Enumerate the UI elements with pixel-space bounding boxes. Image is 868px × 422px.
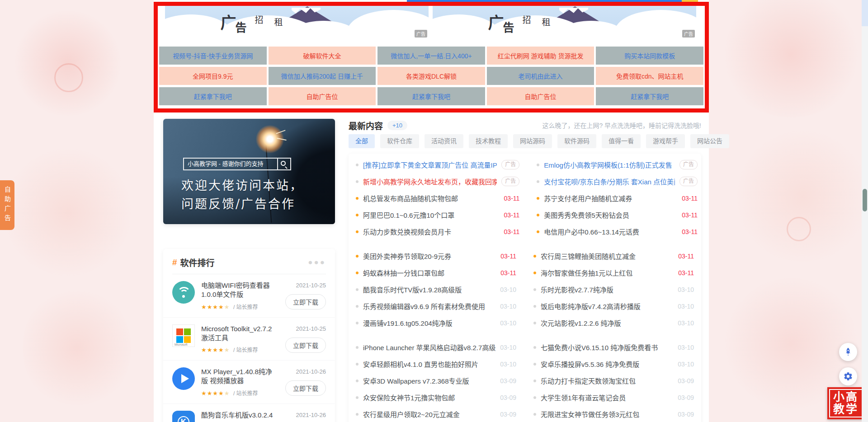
news-link[interactable]: 乐动力打卡指定天数领淘宝红包 [541, 376, 673, 385]
news-link[interactable]: [推荐]立即拿下黄金文章置顶广告位 高流量IP [363, 160, 497, 169]
category-tab[interactable]: 值得一看 [602, 134, 641, 148]
software-title[interactable]: Microsoft Toolkit_v2.7.2 激活工具 [201, 324, 277, 343]
news-item: 阿里巴巴0.1~0.6元撸10个口罩 03-11 [356, 206, 519, 223]
category-tab[interactable]: 活动资讯 [425, 134, 463, 148]
self-service-ad-tab[interactable]: 自助广告 [0, 180, 14, 230]
ad-grid-button[interactable]: 视频号-抖音-快手业务货源网 [159, 47, 267, 65]
software-item: 电脑端WIFI密码查看器 1.0.0单文件版 ★★★★★ / 站长推荐 2021… [163, 274, 335, 318]
bullet-icon [356, 346, 359, 349]
kugou-music-icon [172, 411, 195, 422]
more-menu-icon[interactable]: ●●● [308, 260, 326, 265]
bullet-icon [356, 288, 359, 291]
category-tab[interactable]: 技术教程 [469, 134, 508, 148]
news-link[interactable]: 苏宁支付老用户抽随机立减券 [544, 193, 677, 203]
category-tab[interactable]: 网站源码 [513, 134, 552, 148]
settings-button[interactable] [839, 367, 857, 385]
decorative-blob [737, 127, 868, 267]
news-link[interactable]: 安卓3D Wallpapers v7.2.368专业版 [363, 376, 495, 385]
software-info: Microsoft Toolkit_v2.7.2 激活工具 ★★★★★ / 站长… [201, 324, 277, 354]
ad-grid-button[interactable]: 免费领取cdn、网站主机 [596, 67, 703, 85]
ad-grid-button[interactable]: 自助广告位 [269, 87, 376, 105]
news-link[interactable]: 漫画铺v191.6.tg05.204纯净版 [363, 318, 495, 328]
star-rating-icon: ★★★★ [201, 304, 224, 310]
news-link[interactable]: 安卓轻颜相机v4.1.0 直男也能拍好照片 [363, 359, 495, 369]
news-link[interactable]: 海尔智家做任务抽1元以上红包 [541, 268, 674, 277]
news-link[interactable]: 乐秀视频编辑器v9.6.9 所有素材免费使用 [363, 301, 495, 311]
news-link[interactable]: 美图秀秀免费领5天粉钻会员 [544, 210, 677, 220]
ad-grid-button[interactable]: 赶紧拿下我吧 [159, 87, 267, 105]
back-to-top-button[interactable] [839, 343, 857, 361]
news-date: 03-10 [678, 286, 694, 293]
news-link[interactable]: iPhone Launcher 苹果风格启动器v8.2.7高级版 [363, 342, 495, 352]
software-rating: ★★★★★ / 站长推荐 [201, 303, 277, 310]
news-link[interactable]: 无限进宝女神节做任务领3元红包 [541, 409, 673, 419]
news-link[interactable]: 七猫免费小说V6.15.10 纯净版免费看书 [541, 342, 673, 352]
news-link[interactable]: 大学生领1年有道云笔记会员 [541, 393, 673, 402]
news-link[interactable]: 众安保险女神节1元撸实物包邮 [363, 393, 495, 402]
news-link[interactable]: 次元站影视v1.2.2.6 纯净版 [541, 318, 673, 328]
ad-grid-button[interactable]: 老司机由此进入 [487, 67, 594, 85]
ad-grid-button[interactable]: 全网项目9.9元 [159, 67, 267, 85]
bullet-icon [533, 396, 536, 399]
category-tab[interactable]: 游戏帮手 [646, 134, 685, 148]
news-link[interactable]: 农行星级用户领取2~20元立减金 [363, 409, 495, 419]
news-link[interactable]: 饭后电影纯净版v7.4.2高清秒播版 [541, 301, 673, 311]
news-item: 支付宝花呗/京东白条/分期乐 套Xian 点位美丽 广告 [537, 173, 698, 190]
search-input[interactable]: 小高教学网 - 感谢你们的支持 [183, 158, 278, 170]
news-link[interactable]: 农行周三锦鲤抽美团随机立减金 [541, 251, 674, 261]
news-link[interactable]: 阿里巴巴0.1~0.6元撸10个口罩 [363, 210, 500, 220]
news-link[interactable]: Emlog仿小高教学网模板(1:1仿制)正式发售 [544, 160, 675, 169]
software-title[interactable]: 酷狗音乐车机版v3.0.2.4 [201, 411, 277, 420]
news-link[interactable]: 机总管发布商品抽随机实物包邮 [363, 193, 500, 203]
ad-grid-button[interactable]: 破解软件大全 [269, 47, 376, 65]
category-tab[interactable]: 软件仓库 [380, 134, 419, 148]
star-empty-icon: ★ [224, 390, 230, 397]
news-link[interactable]: 电信用户必中0.66~13.14元话费 [544, 227, 677, 236]
news-link[interactable]: 蚂蚁森林抽一分钱口罩包邮 [363, 268, 496, 277]
news-date: 03-11 [682, 211, 698, 219]
ad-banner-row: 广告招租 广告 广告招租 广告 [165, 6, 696, 39]
news-link[interactable]: 新增小高教学网永久地址发布页，收藏我回家.. [363, 177, 497, 186]
banner-char: 广 [220, 14, 236, 32]
ad-banner[interactable]: 广告招租 广告 [433, 6, 696, 39]
ad-grid-button[interactable]: 红尘代刷网 游戏辅助 货源批发 [487, 47, 594, 65]
download-button[interactable]: 立即下载 [285, 294, 326, 309]
news-item: [推荐]立即拿下黄金文章置顶广告位 高流量IP 广告 [356, 156, 519, 173]
software-rating: ★★★★★ / 站长推荐 [201, 389, 277, 397]
news-item: 众安保险女神节1元撸实物包邮 03-09 [356, 389, 516, 406]
software-title[interactable]: MX Player_v1.40.8纯净版 视频播放器 [201, 367, 277, 386]
ad-grid-button[interactable]: 各类游戏DLC解锁 [377, 67, 485, 85]
sparkler-glow [256, 125, 284, 153]
ad-grid-button[interactable]: 赶紧拿下我吧 [596, 87, 703, 105]
search-button[interactable] [278, 158, 291, 170]
news-link[interactable]: 酷我音乐时代TV版v1.9.28高级版 [363, 285, 495, 294]
site-logo-seal[interactable]: 小高 教学 [827, 387, 864, 419]
news-item: 安卓乐播投屏v5.5.36 纯净免费版 03-10 [533, 356, 694, 372]
ad-grid-button[interactable]: 购买本站同款模板 [596, 47, 703, 65]
category-tab[interactable]: 全部 [349, 134, 375, 148]
ad-grid-button[interactable]: 微信加人推码200起 日赚上千 [269, 67, 376, 85]
software-side: 2021-10-25 立即下载 [283, 281, 326, 309]
ad-grid-button[interactable]: 自助广告位 [487, 87, 594, 105]
news-link[interactable]: 美团外卖神券节领取20-9元券 [363, 251, 496, 261]
hero-photo-card[interactable]: 小高教学网 - 感谢你们的支持 欢迎大佬访问本站， 问题反馈/广告合作 [163, 119, 335, 224]
greeting-notice: 这么晚了，还在上网? 早点洗洗睡吧，睡前记得洗洗脸哦! [542, 121, 701, 130]
category-tab[interactable]: 软件源码 [557, 134, 596, 148]
news-link[interactable]: 支付宝花呗/京东白条/分期乐 套Xian 点位美丽 [544, 177, 675, 186]
software-side: 2021-10-26 立即下载 [283, 411, 326, 422]
news-date: 03-11 [504, 195, 520, 202]
category-tab[interactable]: 网站公告 [690, 134, 729, 148]
download-button[interactable]: 立即下载 [285, 338, 326, 353]
download-button[interactable]: 立即下载 [285, 380, 326, 396]
ad-banner[interactable]: 广告招租 广告 [165, 6, 429, 39]
news-link[interactable]: 安卓乐播投屏v5.5.36 纯净免费版 [541, 359, 673, 369]
scrollbar-thumb[interactable] [863, 189, 867, 211]
news-link[interactable]: 乐动力步数兑换视频会员月卡 [363, 227, 500, 236]
news-link[interactable]: 乐时光影视v2.7.7纯净版 [541, 285, 673, 294]
software-title[interactable]: 电脑端WIFI密码查看器 1.0.0单文件版 [201, 281, 277, 300]
software-date: 2021-10-26 [296, 368, 326, 375]
ad-grid-button[interactable]: 赶紧拿下我吧 [377, 87, 485, 105]
page-canvas: 广告招租 广告 广告招租 广告 [0, 0, 868, 422]
ad-grid-button[interactable]: 微信加人,一单一结.日入400+ [377, 47, 485, 65]
scrollbar-track-top [862, 0, 868, 26]
